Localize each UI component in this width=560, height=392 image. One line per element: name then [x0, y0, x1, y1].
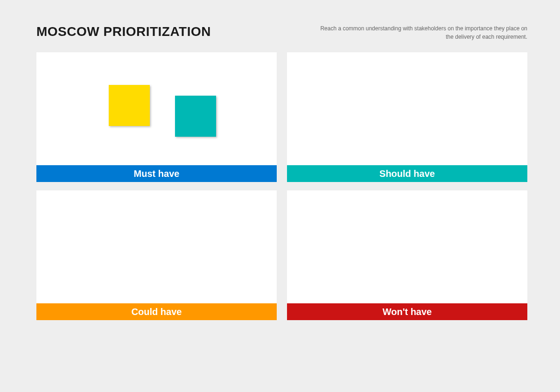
sticky-note-yellow[interactable]	[109, 85, 150, 126]
quadrant-wont-have-body[interactable]	[287, 190, 527, 303]
quadrant-should-have-body[interactable]	[287, 52, 527, 165]
page-title: MOSCOW PRIORITIZATION	[36, 24, 211, 39]
quadrant-must-have[interactable]: Must have	[36, 52, 277, 182]
header: MOSCOW PRIORITIZATION Reach a common und…	[36, 24, 527, 41]
quadrant-must-have-body[interactable]	[36, 52, 277, 165]
sticky-note-teal[interactable]	[175, 96, 216, 137]
quadrant-could-have[interactable]: Could have	[36, 190, 277, 320]
quadrant-must-have-label: Must have	[36, 165, 277, 182]
quadrant-should-have[interactable]: Should have	[287, 52, 527, 182]
moscow-grid: Must have Should have Could have Won't h…	[36, 52, 527, 320]
quadrant-should-have-label: Should have	[287, 165, 527, 182]
page-subtitle: Reach a common understanding with stakeh…	[313, 24, 527, 41]
quadrant-wont-have-label: Won't have	[287, 303, 527, 320]
quadrant-wont-have[interactable]: Won't have	[287, 190, 527, 320]
quadrant-could-have-label: Could have	[36, 303, 277, 320]
quadrant-could-have-body[interactable]	[36, 190, 277, 303]
